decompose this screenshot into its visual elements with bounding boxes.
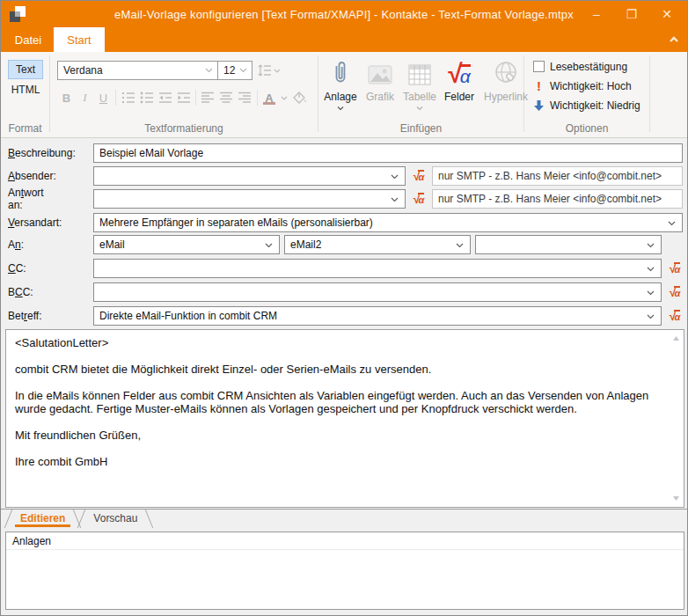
image-icon [368, 64, 392, 85]
an-label: An: [8, 238, 24, 251]
chevron-down-icon [239, 68, 247, 73]
tab-datei[interactable]: Datei [8, 27, 48, 52]
group-label-textformat: Textformatierung [50, 122, 318, 135]
ribbon-tab-row: Datei Start [1, 27, 687, 52]
chevron-down-icon [647, 290, 655, 296]
attachments-list[interactable]: Anlagen [5, 532, 684, 610]
checkbox-icon[interactable] [533, 61, 545, 72]
beschreibung-label: Beschreibung: [8, 147, 76, 159]
absender-select[interactable] [93, 166, 406, 186]
betreff-label: Betreff: [8, 310, 41, 322]
underline-icon[interactable]: U [94, 88, 113, 107]
antwort-an-hint: nur SMTP - z.B. Hans Meier <info@combit.… [432, 189, 683, 209]
tab-vorschau[interactable]: Vorschau [79, 510, 151, 528]
close-button[interactable]: ✕ [659, 1, 675, 27]
versandart-label: Versandart: [8, 216, 62, 229]
collapse-ribbon-icon[interactable] [668, 33, 680, 46]
beschreibung-input[interactable] [93, 143, 683, 163]
chevron-down-icon [456, 243, 464, 248]
align-center-icon[interactable] [217, 88, 236, 107]
table-icon [408, 64, 431, 85]
font-size-value: 12 [223, 64, 235, 77]
betreff-select[interactable]: Direkte eMail-Funktion in combit CRM [93, 306, 662, 326]
decrease-indent-icon[interactable] [156, 88, 174, 107]
read-receipt-option[interactable]: Lesebestätigung [533, 59, 640, 74]
importance-high-option[interactable]: ! Wichtigkeit: Hoch [533, 78, 640, 93]
read-receipt-label: Lesebestätigung [550, 61, 627, 73]
bcc-formula-button[interactable]: √α [665, 282, 684, 302]
highlight-bucket-icon[interactable] [290, 88, 309, 107]
minimize-button[interactable]: – [589, 1, 604, 27]
bcc-label: BCC: [8, 286, 33, 298]
an-recipient-select-1[interactable]: eMail [93, 235, 280, 254]
chevron-down-icon [668, 221, 676, 226]
tab-start[interactable]: Start [54, 27, 105, 52]
anlage-button[interactable]: Anlage [320, 55, 361, 111]
scroll-up-icon[interactable] [672, 334, 680, 342]
an-recipient-select-3[interactable] [475, 235, 662, 254]
absender-hint: nur SMTP - z.B. Hans Meier <info@combit.… [432, 166, 683, 186]
absender-formula-button[interactable]: √α [409, 166, 428, 186]
bold-icon[interactable]: B [57, 88, 76, 107]
body-paragraph: In die eMails können Felder aus combit C… [15, 389, 661, 415]
arrow-down-icon [533, 99, 545, 112]
chevron-down-icon [337, 106, 344, 111]
font-size-select[interactable]: 12 [217, 61, 253, 80]
ribbon-group-insert: Anlage Grafik [318, 52, 523, 137]
font-family-select[interactable]: Verdana [57, 61, 217, 80]
chevron-down-icon [265, 243, 273, 248]
cc-formula-button[interactable]: √α [665, 259, 684, 278]
chevron-down-icon[interactable] [281, 96, 288, 100]
antwort-an-select[interactable] [93, 189, 406, 209]
chevron-down-icon [205, 68, 213, 73]
chevron-down-icon [647, 243, 655, 248]
tabelle-button[interactable]: Tabelle [399, 55, 440, 111]
group-label-format: Format [1, 122, 49, 135]
maximize-button[interactable]: ❐ [624, 1, 640, 27]
format-html-button[interactable]: HTML [8, 84, 43, 96]
align-left-icon[interactable] [199, 88, 217, 107]
bullet-list-icon[interactable] [137, 88, 156, 107]
grafik-button[interactable]: Grafik [361, 55, 399, 111]
formula-fields-icon: √α [448, 62, 470, 85]
increase-indent-icon[interactable] [174, 88, 193, 107]
cc-select[interactable] [93, 259, 662, 278]
align-right-icon[interactable] [236, 88, 254, 107]
title-bar: eMail-Vorlage konfigurieren [Text Format… [1, 1, 687, 27]
font-family-value: Verdana [63, 64, 103, 77]
editor-scrollbar[interactable] [670, 331, 683, 506]
italic-icon[interactable]: I [76, 88, 94, 107]
email-body-editor[interactable]: <SalutationLetter> combit CRM bietet die… [5, 329, 684, 508]
tab-editieren[interactable]: Editieren [6, 510, 79, 528]
line-spacing-icon [258, 64, 272, 77]
antwort-an-formula-button[interactable]: √α [409, 189, 428, 209]
format-text-button[interactable]: Text [8, 60, 43, 79]
absender-label: Absender: [8, 170, 56, 182]
chevron-down-icon [391, 197, 399, 202]
importance-low-option[interactable]: Wichtigkeit: Niedrig [533, 98, 640, 113]
attachments-column-header[interactable]: Anlagen [6, 532, 684, 550]
font-color-button[interactable]: A [260, 88, 278, 107]
body-paragraph: combit CRM bietet die Möglichkeit direkt… [15, 363, 661, 376]
chevron-down-icon [274, 69, 281, 73]
line-spacing-button[interactable] [258, 64, 281, 77]
email-body-text: <SalutationLetter> combit CRM bietet die… [15, 336, 661, 481]
antwort-an-label: Antwort an: [8, 187, 44, 211]
cc-label: CC: [8, 262, 26, 275]
app-icon [8, 4, 27, 24]
ribbon-group-format: Text HTML Format [1, 52, 49, 137]
an-recipient-select-2[interactable]: eMail2 [284, 235, 471, 254]
betreff-formula-button[interactable]: √α [665, 306, 684, 326]
numbered-list-icon[interactable] [119, 88, 137, 107]
ribbon-group-textformat: Verdana 12 B I U [50, 52, 318, 137]
scroll-down-icon[interactable] [672, 495, 680, 502]
bcc-select[interactable] [93, 282, 662, 302]
versandart-select[interactable]: Mehrere Empfänger in separaten eMails (p… [93, 213, 683, 232]
ribbon: Text HTML Format Verdana 12 [1, 52, 687, 138]
importance-high-label: Wichtigkeit: Hoch [550, 80, 632, 92]
chevron-down-icon [416, 106, 423, 111]
felder-button[interactable]: √α Felder [440, 55, 479, 111]
exclamation-icon: ! [533, 78, 545, 93]
group-label-options: Optionen [524, 122, 649, 135]
paperclip-icon [331, 61, 350, 85]
